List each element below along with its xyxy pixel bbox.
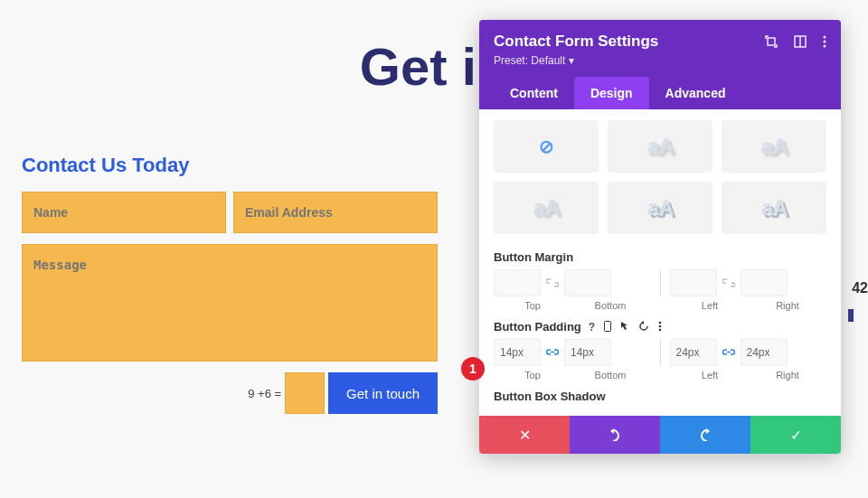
panel-title: Contact Form Settings xyxy=(494,33,658,51)
button-margin-label: Button Margin xyxy=(494,250,826,264)
reset-icon[interactable] xyxy=(638,321,649,334)
label-bottom: Bottom xyxy=(571,300,649,311)
email-field[interactable] xyxy=(233,192,438,233)
text-shadow-opt-2[interactable]: aA xyxy=(608,120,712,173)
margin-bottom-input[interactable] xyxy=(564,269,611,296)
button-margin-controls xyxy=(494,269,826,296)
redo-button[interactable] xyxy=(660,416,750,454)
close-icon: ✕ xyxy=(519,427,531,444)
margin-tb-link-icon[interactable] xyxy=(541,269,564,296)
svg-point-3 xyxy=(824,36,826,39)
svg-point-8 xyxy=(659,324,662,327)
button-padding-controls xyxy=(494,339,826,366)
button-box-shadow-label: Button Box Shadow xyxy=(494,390,826,403)
settings-panel: Contact Form Settings Preset: Default ▾ … xyxy=(479,20,841,454)
svg-point-7 xyxy=(659,321,662,324)
save-button[interactable]: ✓ xyxy=(750,416,841,454)
svg-point-9 xyxy=(659,328,662,331)
padding-top-input[interactable] xyxy=(494,339,541,366)
name-field[interactable] xyxy=(22,192,226,233)
undo-button[interactable] xyxy=(570,416,660,454)
label-right: Right xyxy=(749,300,826,311)
help-icon[interactable]: ? xyxy=(589,321,595,334)
tab-advanced[interactable]: Advanced xyxy=(649,77,742,109)
device-icon[interactable] xyxy=(604,321,611,334)
padding-right-input[interactable] xyxy=(741,339,788,366)
text-shadow-none[interactable]: ⊘ xyxy=(494,120,599,173)
label-bottom-2: Bottom xyxy=(571,370,649,381)
undo-icon xyxy=(607,428,623,441)
text-shadow-opt-3[interactable]: aA xyxy=(722,120,826,173)
svg-rect-6 xyxy=(605,321,611,331)
label-right-2: Right xyxy=(749,370,826,381)
svg-point-4 xyxy=(824,41,826,43)
check-icon: ✓ xyxy=(790,427,802,444)
more-icon[interactable] xyxy=(823,35,826,48)
none-icon: ⊘ xyxy=(539,136,553,157)
form-heading: Contact Us Today xyxy=(22,154,438,177)
text-shadow-opt-4[interactable]: aA xyxy=(494,182,599,234)
tabs: Content Design Advanced xyxy=(494,77,826,109)
message-field[interactable] xyxy=(22,244,438,362)
options-icon[interactable] xyxy=(658,321,662,334)
panel-body: ⊘ aA aA aA aA aA Button Margin xyxy=(479,109,841,416)
preset-dropdown[interactable]: Preset: Default ▾ xyxy=(494,54,574,67)
svg-point-5 xyxy=(824,45,826,48)
contact-form: Contact Us Today 9 +6 = Get in touch xyxy=(22,154,438,414)
expand-icon[interactable] xyxy=(765,35,778,48)
tab-design[interactable]: Design xyxy=(574,77,649,109)
panel-header: Contact Form Settings Preset: Default ▾ … xyxy=(479,20,841,109)
columns-icon[interactable] xyxy=(794,35,807,48)
padding-lr-link-icon[interactable] xyxy=(717,339,741,366)
padding-bottom-input[interactable] xyxy=(564,339,611,366)
text-shadow-opt-6[interactable]: aA xyxy=(722,182,826,234)
label-left-2: Left xyxy=(671,370,749,381)
captcha-label: 9 +6 = xyxy=(248,387,281,400)
margin-lr-link-icon[interactable] xyxy=(717,269,741,296)
padding-left-input[interactable] xyxy=(670,339,717,366)
cancel-button[interactable]: ✕ xyxy=(479,416,570,454)
text-shadow-opt-5[interactable]: aA xyxy=(608,182,712,234)
hover-icon[interactable] xyxy=(620,321,629,334)
side-tick xyxy=(848,309,854,322)
margin-right-input[interactable] xyxy=(741,269,788,296)
submit-button[interactable]: Get in touch xyxy=(328,372,438,414)
captcha-input[interactable] xyxy=(285,372,325,414)
label-top: Top xyxy=(494,300,571,311)
text-shadow-grid: ⊘ aA aA aA aA aA xyxy=(494,120,826,234)
button-padding-label: Button Padding ? xyxy=(494,320,826,334)
margin-left-input[interactable] xyxy=(670,269,717,296)
label-left: Left xyxy=(671,300,749,311)
tab-content[interactable]: Content xyxy=(494,77,574,109)
svg-rect-0 xyxy=(768,38,775,45)
side-number: 42 xyxy=(852,280,868,296)
redo-icon xyxy=(697,428,713,441)
panel-footer: ✕ ✓ xyxy=(479,416,841,454)
padding-tb-link-icon[interactable] xyxy=(541,339,564,366)
margin-top-input[interactable] xyxy=(494,269,541,296)
label-top-2: Top xyxy=(494,370,571,381)
annotation-badge-1: 1 xyxy=(461,357,485,381)
